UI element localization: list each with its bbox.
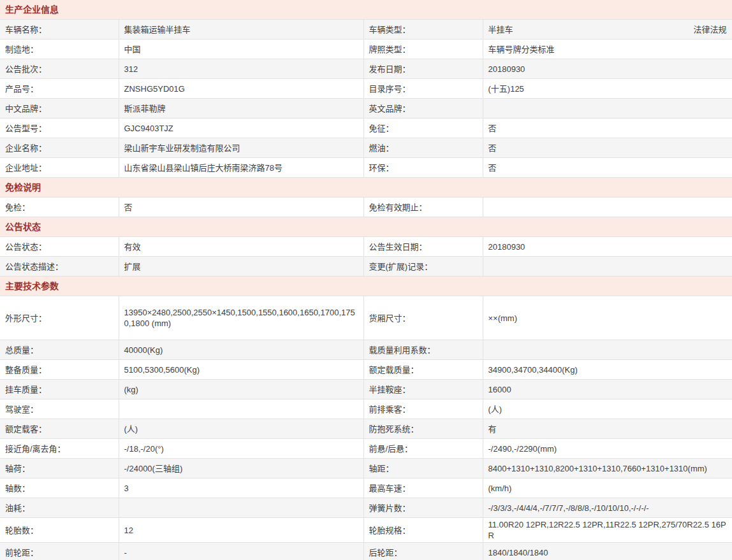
field-value: 34900,34700,34400(Kg) [483,360,732,380]
table-row: 整备质量：5100,5300,5600(Kg)额定载质量：34900,34700… [0,360,732,380]
field-label: 外形尺寸： [0,296,119,340]
table-row: 轴数：3最高车速：(km/h) [0,478,732,498]
field-value: 否 [483,118,732,138]
field-value: (kg) [119,380,363,399]
field-label: 公告生效日期： [363,237,483,257]
field-label: 轮胎规格： [363,518,483,543]
field-label: 免检： [0,197,119,217]
section-header-row: 生产企业信息 [0,0,732,20]
table-row: 公告状态描述：扩展变更(扩展)记录： [0,257,732,276]
field-value: (十五)125 [483,79,732,99]
field-value [483,197,732,217]
table-row: 车辆名称：集装箱运输半挂车车辆类型：半挂车法律法规 [0,20,732,39]
field-value [483,99,732,118]
field-label: 燃油： [363,138,483,158]
field-label: 目录序号： [363,79,483,99]
field-label: 企业名称： [0,138,119,158]
field-label: 产品号： [0,79,119,99]
section-title: 公告状态 [0,217,732,237]
field-value: GJC9403TJZ [119,118,363,138]
spec-table-body: 生产企业信息车辆名称：集装箱运输半挂车车辆类型：半挂车法律法规制造地：中国牌照类… [0,0,732,560]
field-value: 20180930 [483,237,732,257]
field-label: 防抱死系统： [363,419,483,439]
field-value: 扩展 [119,257,363,276]
field-value [119,498,363,518]
field-label: 中文品牌： [0,99,119,118]
field-value: -/3/3/3,-/4/4/4,-/7/7/7,-/8/8/8,-/10/10/… [483,498,732,518]
field-value [483,257,732,276]
table-row: 接近角/离去角：-/18,-/20(°)前悬/后悬：-/2490,-/2290(… [0,439,732,459]
vehicle-spec-table: 生产企业信息车辆名称：集装箱运输半挂车车辆类型：半挂车法律法规制造地：中国牌照类… [0,0,732,560]
field-label: 货厢尺寸： [363,296,483,340]
field-label: 驾驶室： [0,399,119,419]
field-value [483,340,732,360]
field-value: 车辆号牌分类标准 [483,39,732,59]
field-label: 公告状态描述： [0,257,119,276]
field-value: - [119,543,363,560]
field-label: 轴数： [0,478,119,498]
field-value: ××(mm) [483,296,732,340]
field-value: (人) [483,399,732,419]
field-label: 变更(扩展)记录： [363,257,483,276]
field-label: 环保： [363,158,483,178]
table-row: 产品号：ZNSHG5YD01G目录序号：(十五)125 [0,79,732,99]
field-value: 12 [119,518,363,543]
field-label: 前排乘客： [363,399,483,419]
field-value: 11.00R20 12PR,12R22.5 12PR,11R22.5 12PR,… [483,518,732,543]
field-value: 3 [119,478,363,498]
table-row: 轴荷：-/24000(三轴组)轴距：8400+1310+1310,8200+13… [0,459,732,478]
section-header-row: 主要技术参数 [0,276,732,296]
field-label: 发布日期： [363,59,483,79]
field-label: 前悬/后悬： [363,439,483,459]
field-label: 额定载客： [0,419,119,439]
field-label: 额定载质量： [363,360,483,380]
field-label: 企业地址： [0,158,119,178]
field-value: 梁山新宇车业研发制造有限公司 [119,138,363,158]
field-value: 否 [119,197,363,217]
table-row: 挂车质量：(kg)半挂鞍座：16000 [0,380,732,399]
field-value: 5100,5300,5600(Kg) [119,360,363,380]
field-label: 免征： [363,118,483,138]
field-label: 轮胎数： [0,518,119,543]
field-label: 车辆名称： [0,20,119,39]
field-label: 载质量利用系数： [363,340,483,360]
field-label: 整备质量： [0,360,119,380]
field-value [119,399,363,419]
section-title: 生产企业信息 [0,0,732,20]
field-value: 40000(Kg) [119,340,363,360]
table-row: 中文品牌：斯派菲勒牌英文品牌： [0,99,732,118]
field-value: 1840/1840/1840 [483,543,732,560]
field-label: 英文品牌： [363,99,483,118]
field-value: 否 [483,158,732,178]
table-row: 公告状态：有效公告生效日期：20180930 [0,237,732,257]
field-value: (人) [119,419,363,439]
field-label: 制造地： [0,39,119,59]
field-label: 油耗： [0,498,119,518]
field-label: 后轮距： [363,543,483,560]
table-row: 公告型号：GJC9403TJZ免征：否 [0,118,732,138]
field-value: ZNSHG5YD01G [119,79,363,99]
field-value: 半挂车法律法规 [483,20,732,39]
table-row: 油耗：弹簧片数：-/3/3/3,-/4/4/4,-/7/7/7,-/8/8/8,… [0,498,732,518]
field-label: 免检有效期止： [363,197,483,217]
field-label: 半挂鞍座： [363,380,483,399]
field-value: 斯派菲勒牌 [119,99,363,118]
field-value: 有 [483,419,732,439]
field-value: 16000 [483,380,732,399]
field-value: 集装箱运输半挂车 [119,20,363,39]
field-label: 前轮距： [0,543,119,560]
field-value: 有效 [119,237,363,257]
table-row: 前轮距：-后轮距：1840/1840/1840 [0,543,732,560]
legal-regulations-link[interactable]: 法律法规 [693,24,728,35]
field-label: 公告状态： [0,237,119,257]
field-label: 最高车速： [363,478,483,498]
table-row: 企业地址：山东省梁山县梁山镇后庄大桥南梁济路78号环保：否 [0,158,732,178]
field-value: 中国 [119,39,363,59]
field-label: 牌照类型： [363,39,483,59]
section-header-row: 公告状态 [0,217,732,237]
field-value: -/18,-/20(°) [119,439,363,459]
table-row: 企业名称：梁山新宇车业研发制造有限公司燃油：否 [0,138,732,158]
field-value: (km/h) [483,478,732,498]
table-row: 公告批次：312发布日期：20180930 [0,59,732,79]
field-label: 公告批次： [0,59,119,79]
